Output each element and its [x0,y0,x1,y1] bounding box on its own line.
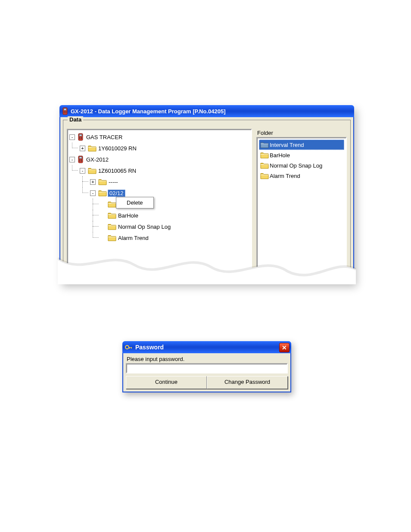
tree-node-gx2012[interactable]: - GX-2012 [69,154,249,165]
groupbox-legend: Data [68,116,83,123]
data-logger-window: GX-2012 - Data Logger Management Program… [59,105,354,283]
expander-icon[interactable]: - [69,134,75,140]
expander-icon[interactable]: - [90,190,96,196]
folder-side-list[interactable]: Interval Trend BarHole Normal Op Snap Lo… [256,137,347,275]
context-menu-delete[interactable]: Delete [117,198,153,207]
tree-node-barhole[interactable]: BarHole [100,210,249,221]
tree-label: ----- [108,179,119,185]
folder-item-normal-op[interactable]: Normal Op Snap Log [259,160,344,171]
tree-label: 1Z6010065 RN [97,168,137,174]
folder-item-label: Normal Op Snap Log [270,162,322,169]
tree-panel[interactable]: - GAS TRACER + 1Y6010029 RN [67,129,252,275]
tree-node-serial1[interactable]: + 1Y6010029 RN [80,143,249,154]
window-client: Data - GAS TRACER [59,117,354,283]
tree-label: GX-2012 [85,156,109,163]
folder-icon [108,201,116,208]
folder-icon [88,167,97,174]
password-client: Please input password. Continue Change P… [122,353,291,392]
folder-item-barhole[interactable]: BarHole [259,150,344,160]
context-menu[interactable]: Delete [116,197,154,208]
password-titlebar[interactable]: Password ✕ [122,341,291,353]
tree-label-selected: 02/12 [108,190,125,197]
data-tree[interactable]: - GAS TRACER + 1Y6010029 RN [69,131,249,243]
folder-icon [260,162,269,169]
key-icon [125,344,133,350]
folder-icon [108,223,116,230]
expander-icon[interactable]: + [90,179,96,185]
folder-side-header: Folder [256,129,347,137]
tree-node-normal-op[interactable]: Normal Op Snap Log [100,221,249,232]
device-icon [78,133,84,141]
app-icon [62,107,68,115]
folder-icon [98,190,107,196]
device-icon [78,156,84,163]
close-button[interactable]: ✕ [279,343,290,352]
folder-icon [108,212,116,219]
folder-icon [260,141,269,148]
password-dialog: Password ✕ Please input password. Contin… [122,341,291,392]
password-prompt: Please input password. [127,356,288,362]
folder-item-label: Interval Trend [270,142,304,148]
tree-node-serial2[interactable]: - 1Z6010065 RN [80,165,249,176]
tree-label: GAS TRACER [85,134,123,140]
continue-button[interactable]: Continue [126,376,207,389]
tree-label: Alarm Trend [117,235,149,241]
folder-icon [108,234,116,241]
folder-item-interval-trend[interactable]: Interval Trend [259,140,344,150]
window-titlebar[interactable]: GX-2012 - Data Logger Management Program… [59,105,354,117]
expander-icon[interactable]: - [69,157,75,162]
tree-node-gas-tracer[interactable]: - GAS TRACER [69,131,249,143]
password-title: Password [135,344,164,351]
folder-item-label: BarHole [270,152,290,159]
window-title: GX-2012 - Data Logger Management Program… [71,108,226,115]
tree-label: Normal Op Snap Log [117,224,171,230]
password-input[interactable] [126,363,288,373]
tree-label: BarHole [117,212,139,219]
expander-blank [100,213,105,218]
expander-icon[interactable]: - [80,168,85,174]
tree-node-selected-date[interactable]: - 02/12 [90,187,249,199]
folder-icon [260,152,269,159]
folder-item-alarm-trend[interactable]: Alarm Trend [259,171,344,181]
folder-icon [88,145,97,152]
expander-blank [100,202,105,207]
tree-node-dashes[interactable]: + ----- [90,176,249,187]
expander-icon[interactable]: + [80,146,85,151]
folder-icon [260,172,269,179]
data-groupbox: Data - GAS TRACER [63,120,351,279]
expander-blank [100,224,105,229]
expander-blank [100,236,105,240]
folder-icon [98,178,107,185]
folder-side-panel: Folder Interval Trend BarHole Normal Op … [256,129,347,275]
close-icon: ✕ [282,344,287,351]
change-password-button[interactable]: Change Password [207,376,288,389]
tree-node-alarm-trend[interactable]: Alarm Trend [100,232,249,243]
tree-label: 1Y6010029 RN [97,145,137,152]
folder-item-label: Alarm Trend [270,173,300,179]
